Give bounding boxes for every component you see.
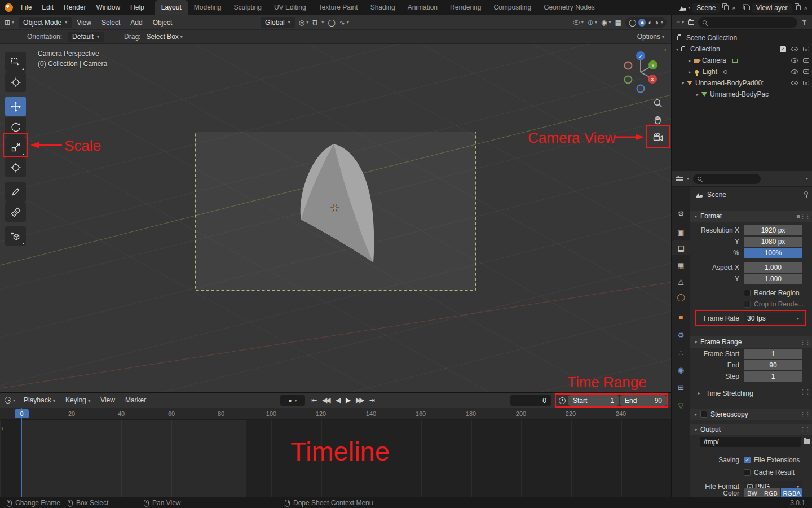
current-frame-field[interactable]: 0 bbox=[510, 395, 551, 406]
workspace-tab-compositing[interactable]: Compositing bbox=[487, 0, 537, 15]
orientation-setting-dropdown[interactable]: Default ▾ bbox=[68, 32, 104, 42]
filter-funnel-icon[interactable] bbox=[801, 20, 807, 25]
outliner-row-light[interactable]: ▸ Light bbox=[672, 66, 812, 77]
tool-select-box[interactable] bbox=[5, 52, 26, 72]
panel-header-output[interactable]: ▾ Output ⋮⋮ bbox=[690, 424, 812, 435]
color-mode-rgb[interactable]: RGB bbox=[761, 488, 780, 497]
chevron-down-icon[interactable]: ▾ bbox=[661, 20, 663, 25]
tab-physics[interactable]: ◉ bbox=[672, 362, 690, 377]
panel-header-format[interactable]: ▾ Format ≡ ⋮⋮ bbox=[690, 211, 812, 222]
visibility-button[interactable]: ▾ bbox=[573, 20, 584, 25]
tab-modifiers[interactable]: ⚙ bbox=[672, 327, 690, 342]
tool-measure[interactable] bbox=[5, 202, 26, 222]
menu-keying[interactable]: Keying ▾ bbox=[60, 396, 95, 404]
hide-eye-icon[interactable] bbox=[791, 58, 798, 63]
disclosure-triangle-icon[interactable]: ▾ bbox=[676, 47, 678, 52]
browse-scene-button[interactable]: ▾ bbox=[679, 5, 690, 11]
render-visibility-icon[interactable] bbox=[803, 69, 809, 74]
outliner-row-scene-collection[interactable]: Scene Collection bbox=[672, 32, 812, 43]
tool-annotate[interactable] bbox=[5, 182, 26, 202]
disclosure-triangle-icon[interactable]: ▸ bbox=[689, 58, 691, 63]
aspect-x-field[interactable]: 1.000 bbox=[744, 262, 802, 273]
editor-type-button[interactable]: ⊞ ▾ bbox=[5, 19, 14, 27]
properties-editor-icon[interactable] bbox=[676, 176, 683, 182]
workspace-tab-modeling[interactable]: Modeling bbox=[188, 0, 228, 15]
play-reverse-button[interactable]: ◀ bbox=[334, 396, 342, 404]
hide-eye-icon[interactable] bbox=[791, 47, 798, 51]
falloff-button[interactable]: ∿ ▾ bbox=[339, 19, 349, 27]
new-scene-icon[interactable] bbox=[724, 5, 729, 10]
cache-result-checkbox[interactable] bbox=[744, 469, 751, 476]
viewport-3d[interactable]: Camera Perspective (0) Collection | Came… bbox=[0, 44, 671, 392]
aspect-y-field[interactable]: 1.000 bbox=[744, 274, 802, 284]
tab-world[interactable]: ◯ bbox=[672, 290, 690, 304]
playhead-handle[interactable]: 0 bbox=[15, 409, 29, 418]
menu-help[interactable]: Help bbox=[125, 0, 149, 15]
menu-view[interactable]: View bbox=[72, 19, 96, 27]
workspace-tab-texture-paint[interactable]: Texture Paint bbox=[312, 0, 364, 15]
gizmos-button[interactable]: ⊕ ▾ bbox=[588, 19, 597, 27]
resolution-percent-slider[interactable]: 100% bbox=[744, 248, 802, 258]
tab-object-data[interactable]: ▽ bbox=[672, 398, 690, 413]
scene-name-field[interactable]: Scene bbox=[692, 3, 720, 13]
frame-end-field[interactable]: 90 bbox=[744, 360, 802, 370]
options-dropdown[interactable]: Options ▾ bbox=[637, 33, 664, 41]
outliner-editor-type-button[interactable]: ≡ ▾ bbox=[676, 19, 684, 27]
workspace-tab-shading[interactable]: Shading bbox=[364, 0, 401, 15]
outliner-row-collection[interactable]: ▾ Collection ✓ bbox=[672, 43, 812, 55]
pin-icon[interactable] bbox=[804, 191, 808, 195]
render-region-checkbox[interactable] bbox=[744, 290, 751, 296]
menu-file[interactable]: File bbox=[16, 0, 37, 15]
tab-object[interactable]: ■ bbox=[672, 309, 690, 324]
file-extensions-checkbox[interactable]: ✓ bbox=[744, 457, 751, 463]
gizmo-neg-y[interactable] bbox=[625, 76, 632, 84]
disclosure-triangle-icon[interactable]: ▾ bbox=[682, 81, 684, 86]
menu-view-timeline[interactable]: View bbox=[95, 396, 120, 404]
play-button[interactable]: ▶ bbox=[344, 396, 352, 404]
jump-to-start-button[interactable]: ⇤ bbox=[310, 396, 319, 404]
shading-wireframe-icon[interactable]: ◯ bbox=[629, 19, 636, 27]
outliner-row-bodypad-data[interactable]: ▸ Unnamed-BodyPac bbox=[672, 89, 812, 100]
resolution-x-field[interactable]: 1920 px bbox=[744, 225, 802, 235]
workspace-tab-geometry-nodes[interactable]: Geometry Nodes bbox=[537, 0, 601, 15]
outliner-search-input[interactable] bbox=[698, 17, 797, 28]
viewlayer-icon-button[interactable] bbox=[743, 6, 750, 10]
crop-checkbox[interactable] bbox=[744, 301, 751, 308]
panel-header-stereoscopy[interactable]: ▸ Stereoscopy ⋮⋮ bbox=[690, 409, 812, 420]
prev-keyframe-button[interactable]: ◀◀ bbox=[320, 396, 330, 404]
frame-step-field[interactable]: 1 bbox=[744, 371, 802, 382]
tab-constraints[interactable]: ⊞ bbox=[672, 380, 690, 395]
new-viewlayer-icon[interactable] bbox=[796, 5, 801, 10]
transform-orientation-dropdown[interactable]: Global ▾ bbox=[261, 17, 295, 28]
menu-render[interactable]: Render bbox=[59, 0, 91, 15]
mode-dropdown[interactable]: Object Mode ▾ bbox=[19, 17, 72, 28]
render-visibility-icon[interactable] bbox=[803, 81, 809, 85]
menu-marker[interactable]: Marker bbox=[120, 396, 151, 404]
folder-icon[interactable] bbox=[804, 439, 810, 444]
subpanel-time-stretching[interactable]: ▸ Time Stretching ⋮⋮ bbox=[690, 388, 812, 398]
output-path-field[interactable]: /tmp/ bbox=[700, 437, 801, 447]
drag-setting-dropdown[interactable]: Select Box ▾ bbox=[146, 33, 182, 41]
resolution-y-field[interactable]: 1080 px bbox=[744, 237, 802, 247]
sidebar-collapse-arrow[interactable]: ‹ bbox=[664, 46, 667, 53]
stereoscopy-checkbox[interactable] bbox=[700, 411, 707, 418]
color-mode-rgba[interactable]: RGBA bbox=[781, 488, 802, 497]
auto-key-button[interactable]: ● ▾ bbox=[280, 395, 305, 406]
outliner-row-bodypad[interactable]: ▾ Unnamed-BodyPad00: bbox=[672, 77, 812, 89]
shading-rendered-icon[interactable]: ◑ bbox=[655, 19, 659, 27]
workspace-tab-rendering[interactable]: Rendering bbox=[444, 0, 487, 15]
workspace-tab-sculpting[interactable]: Sculpting bbox=[228, 0, 268, 15]
unlink-scene-icon[interactable]: × bbox=[732, 5, 735, 11]
navigation-gizmo[interactable]: Z Y X bbox=[618, 49, 663, 94]
workspace-tab-uv-editing[interactable]: UV Editing bbox=[268, 0, 312, 15]
menu-select[interactable]: Select bbox=[96, 19, 125, 27]
panel-header-frame-range[interactable]: ▾ Frame Range ⋮⋮ bbox=[690, 336, 812, 348]
tab-tool[interactable]: ⚙ bbox=[672, 206, 690, 221]
gizmo-neg-x[interactable] bbox=[625, 62, 632, 69]
menu-object[interactable]: Object bbox=[148, 19, 178, 27]
outliner-row-camera[interactable]: ▸ Camera bbox=[672, 55, 812, 66]
timeline-ruler[interactable]: 20 40 60 80 100 120 140 160 180 200 220 … bbox=[0, 408, 671, 420]
pivot-point-button[interactable]: ◎ ▾ bbox=[299, 19, 309, 27]
breadcrumb-label[interactable]: Scene bbox=[707, 189, 726, 200]
shading-solid-icon[interactable]: ● bbox=[638, 19, 646, 27]
